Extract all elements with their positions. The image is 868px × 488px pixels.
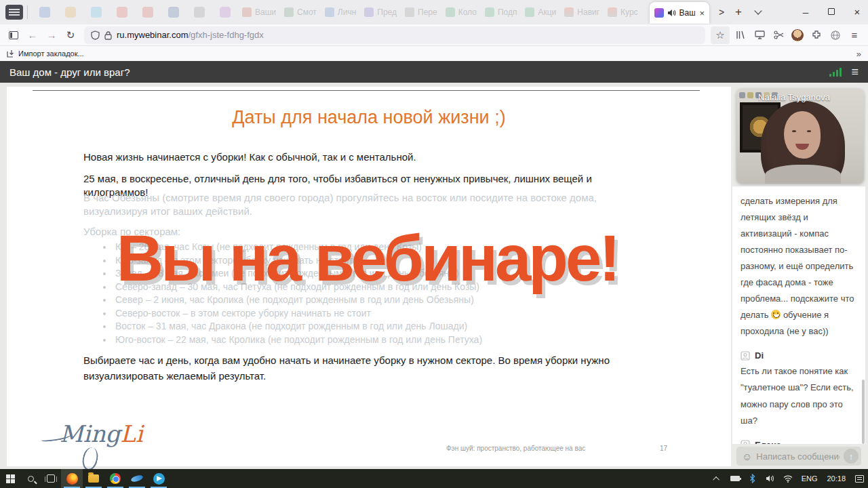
volume-icon[interactable] xyxy=(762,469,779,488)
sidebar-toggle-icon[interactable] xyxy=(4,26,23,44)
back-button[interactable]: ← xyxy=(23,26,42,44)
faded-tab-icon[interactable] xyxy=(194,7,205,18)
faded-tab-icon[interactable] xyxy=(39,7,50,18)
faded-tab-icon[interactable] xyxy=(168,7,179,18)
library-icon[interactable] xyxy=(731,26,750,44)
mouth xyxy=(795,144,809,150)
profile-avatar[interactable] xyxy=(788,26,807,44)
chat-message-input[interactable] xyxy=(756,451,840,462)
reload-button[interactable]: ↻ xyxy=(61,26,80,44)
taskbar-paint-app[interactable] xyxy=(126,469,148,488)
clock[interactable]: 20:18 xyxy=(822,474,850,483)
list-tabs-icon[interactable] xyxy=(749,0,768,24)
chat-message-text: сделать измерения для летящих звёзд и ак… xyxy=(741,193,859,340)
lock-icon[interactable] xyxy=(104,30,112,40)
app-menu-icon[interactable]: ≡ xyxy=(845,26,864,44)
screenshot-tool-icon[interactable] xyxy=(750,26,769,44)
tab-label: Курс xyxy=(620,7,638,17)
chrome-icon xyxy=(110,473,121,484)
system-tray: ENG 20:18 xyxy=(709,469,868,488)
close-window-button[interactable]: × xyxy=(844,0,868,23)
connection-signal-icon xyxy=(829,67,842,77)
tab-vashi[interactable]: Ваши xyxy=(242,7,276,17)
active-tab-webinar[interactable]: Ваш × xyxy=(650,2,709,24)
tab-kolo[interactable]: Коло xyxy=(446,7,477,17)
send-message-button[interactable]: ↑ xyxy=(844,449,859,464)
tab-pred[interactable]: Пред xyxy=(364,7,397,17)
taskbar-chrome[interactable] xyxy=(104,469,126,488)
minimize-button[interactable]: – xyxy=(792,0,819,23)
task-view-button[interactable] xyxy=(41,469,61,488)
webinar-menu-icon[interactable]: ≡ xyxy=(851,65,859,79)
start-button[interactable] xyxy=(0,469,20,488)
eye xyxy=(807,130,811,132)
battery-icon[interactable] xyxy=(726,469,744,488)
faded-tab-icon[interactable] xyxy=(220,7,231,18)
active-tab-label: Ваш xyxy=(679,8,696,18)
bookmarks-bar: Импорт закладок... » xyxy=(0,46,868,61)
firefox-icon xyxy=(66,473,78,485)
presenter-name: Natalia Tsyganova xyxy=(758,92,830,102)
extensions-icon[interactable] xyxy=(807,26,826,44)
tray-expand-icon[interactable] xyxy=(709,469,726,488)
emoji-picker-icon[interactable]: ☺ xyxy=(742,451,752,462)
faded-tab-icon[interactable] xyxy=(65,7,76,18)
chat-scrollbar[interactable] xyxy=(862,380,865,444)
tab-pere[interactable]: Пере xyxy=(405,7,437,17)
chat-message: сделать измерения для летящих звёзд и ак… xyxy=(741,193,859,340)
action-center-icon[interactable] xyxy=(850,469,868,488)
bullet-text: Юго-восток – 22 мая, час Кролика (не под… xyxy=(115,334,482,345)
chat-panel[interactable]: сделать измерения для летящих звёзд и ак… xyxy=(732,186,865,444)
bluetooth-glyph xyxy=(749,474,755,483)
browser-tab-strip: Ваши Смот Личн Пред Пере Коло Подп Акци … xyxy=(0,0,868,24)
keyboard-language[interactable]: ENG xyxy=(797,474,823,483)
chat-input-bar[interactable]: ☺ ↑ xyxy=(736,447,861,466)
bullet-item: Север – 2 июня, час Кролика (не подходит… xyxy=(102,294,482,308)
bookmark-star-icon[interactable]: ☆ xyxy=(711,26,730,44)
firefox-view-icon[interactable] xyxy=(5,5,23,20)
tab-podp[interactable]: Подп xyxy=(485,7,517,17)
tab-separator xyxy=(27,5,28,19)
wifi-icon[interactable] xyxy=(779,469,797,488)
tab-label: Акци xyxy=(538,7,556,17)
taskbar-explorer[interactable] xyxy=(83,469,104,488)
avatar xyxy=(791,29,804,41)
bluetooth-icon[interactable] xyxy=(744,469,762,488)
action-center-glyph xyxy=(855,475,864,483)
tab-favicon xyxy=(608,7,617,17)
bookmarks-overflow-icon[interactable]: » xyxy=(856,49,861,59)
webinar-title: Ваш дом - друг или враг? xyxy=(9,66,130,78)
message-header: Di xyxy=(741,350,859,361)
presenter-video[interactable]: Natalia Tsyganova xyxy=(736,89,864,184)
monitor-glyph xyxy=(755,30,765,39)
task-view-icon xyxy=(47,474,55,483)
close-tab-icon[interactable]: × xyxy=(699,9,705,18)
forward-button[interactable]: → xyxy=(42,26,61,44)
url-text[interactable]: ru.mywebinar.com/gfxh-jste-fdhg-fgdx xyxy=(117,30,264,40)
faded-tab-icon[interactable] xyxy=(117,7,127,18)
wifi-glyph xyxy=(783,475,793,483)
tab-navig[interactable]: Навиг xyxy=(564,7,599,17)
tab-aktsi[interactable]: Акци xyxy=(525,7,556,17)
new-tab-button[interactable]: + xyxy=(729,0,748,24)
taskbar-telegram[interactable] xyxy=(148,469,170,488)
restore-button[interactable] xyxy=(818,0,845,23)
faded-tab-icon[interactable] xyxy=(142,7,153,18)
faded-tab-icon[interactable] xyxy=(91,7,102,18)
scissors-icon[interactable] xyxy=(769,26,788,44)
bullet-dot xyxy=(103,312,106,315)
shield-icon[interactable] xyxy=(91,30,100,40)
taskbar-firefox[interactable] xyxy=(61,469,83,488)
tab-audio-icon[interactable] xyxy=(667,9,676,17)
message-header: Елена xyxy=(741,440,859,444)
eye xyxy=(792,130,796,132)
url-bar[interactable]: ru.mywebinar.com/gfxh-jste-fdhg-fgdx xyxy=(84,26,705,44)
search-button[interactable] xyxy=(20,469,41,488)
globe-icon[interactable] xyxy=(826,26,845,44)
tab-smot[interactable]: Смот xyxy=(284,7,317,17)
tab-lichn[interactable]: Личн xyxy=(325,7,356,17)
tab-kurs[interactable]: Курс xyxy=(608,7,638,17)
import-bookmarks-item[interactable]: Импорт закладок... xyxy=(7,49,84,58)
chevron-down-icon xyxy=(754,7,762,14)
tab-overflow-icon[interactable]: > xyxy=(712,0,731,24)
